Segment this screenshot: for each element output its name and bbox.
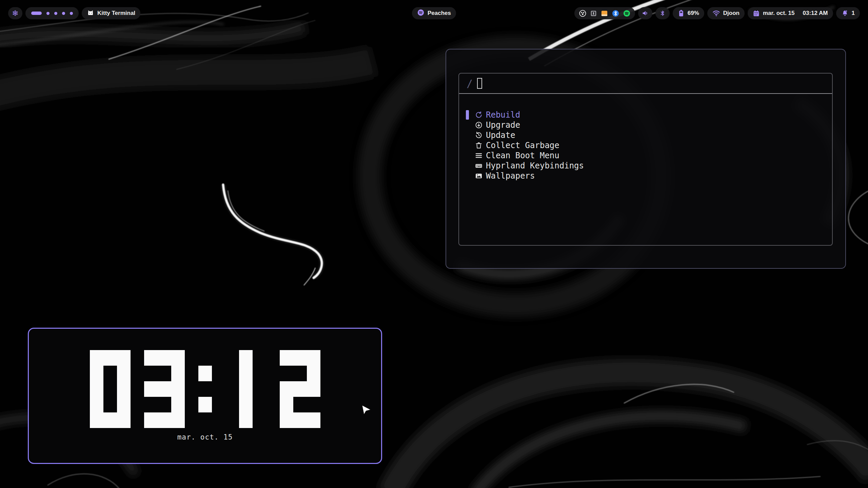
active-window-title: Kitty Terminal bbox=[97, 10, 135, 17]
history-icon bbox=[475, 131, 483, 139]
launcher-item-wallpapers[interactable]: Wallpapers bbox=[459, 171, 832, 181]
search-prompt: / bbox=[467, 78, 473, 89]
clock-digits bbox=[90, 350, 320, 428]
battery-percent: 69% bbox=[688, 10, 699, 17]
launcher-item-label: Wallpapers bbox=[486, 171, 535, 181]
obs-icon[interactable] bbox=[579, 9, 587, 17]
workspace-indicator[interactable] bbox=[25, 7, 79, 19]
volume-button[interactable] bbox=[638, 7, 652, 19]
workspace-active-pill[interactable] bbox=[31, 12, 42, 15]
launcher-item-label: Hyprland Keybindings bbox=[486, 161, 584, 170]
notification-count: 1 bbox=[852, 10, 855, 17]
workspace-dot[interactable] bbox=[70, 12, 73, 15]
clock-date: mar. oct. 15 bbox=[29, 433, 381, 441]
notifications-pill[interactable]: 1 bbox=[836, 7, 860, 19]
launcher-item-label: Rebuild bbox=[486, 110, 520, 120]
statusbar-time: 03:12 AM bbox=[803, 10, 828, 17]
menu-list-icon bbox=[475, 151, 483, 160]
launcher-item-collect-garbage[interactable]: Collect Garbage bbox=[459, 140, 832, 150]
spotify-tray-icon[interactable] bbox=[623, 9, 631, 17]
launcher-item-upgrade[interactable]: Upgrade bbox=[459, 120, 832, 130]
selection-bar bbox=[466, 141, 469, 150]
launcher-item-rebuild[interactable]: Rebuild bbox=[459, 110, 832, 120]
network-pill[interactable]: Djoon bbox=[707, 7, 745, 19]
battery-pill[interactable]: 69% bbox=[673, 7, 704, 19]
launcher-item-hyprland-keybindings[interactable]: Hyprland Keybindings bbox=[459, 161, 832, 171]
launcher-search-input[interactable]: / bbox=[459, 74, 832, 94]
datetime-pill[interactable]: mar. oct. 15 03:12 AM bbox=[748, 7, 833, 19]
spotify-icon bbox=[417, 9, 425, 18]
workspace-dot[interactable] bbox=[54, 12, 57, 15]
selection-bar bbox=[466, 171, 469, 181]
bluetooth-icon bbox=[659, 10, 666, 17]
topbar-center-group: Peaches bbox=[412, 7, 456, 19]
calendar-icon bbox=[753, 10, 760, 17]
launcher-panel: / Rebuild Upgrade bbox=[458, 73, 833, 246]
media-track-title: Peaches bbox=[428, 10, 451, 17]
launcher-result-list: Rebuild Upgrade Update bbox=[459, 94, 832, 181]
selection-bar bbox=[466, 120, 469, 130]
keyboard-icon bbox=[475, 162, 483, 170]
network-ssid: Djoon bbox=[723, 10, 739, 17]
image-icon bbox=[475, 172, 483, 180]
statusbar-date: mar. oct. 15 bbox=[763, 10, 795, 17]
bluetooth-button[interactable] bbox=[655, 7, 670, 19]
selection-bar bbox=[466, 161, 469, 170]
speaker-icon bbox=[642, 9, 649, 17]
launcher-item-label: Clean Boot Menu bbox=[486, 151, 559, 160]
top-status-bar: ❄ Kitty Terminal bbox=[8, 7, 860, 19]
bell-icon bbox=[841, 9, 849, 17]
selection-bar bbox=[466, 110, 469, 120]
text-cursor bbox=[477, 78, 482, 89]
mouse-cursor bbox=[360, 404, 374, 418]
wifi-icon bbox=[712, 10, 720, 17]
cat-icon bbox=[87, 9, 94, 18]
topbar-left-group: ❄ Kitty Terminal bbox=[8, 7, 140, 19]
nix-system-menu-window: / Rebuild Upgrade bbox=[446, 49, 846, 269]
selection-bar bbox=[466, 151, 469, 160]
system-tray bbox=[574, 7, 635, 19]
files-icon[interactable] bbox=[600, 9, 608, 17]
workspace-dot[interactable] bbox=[62, 12, 65, 15]
trash-icon bbox=[475, 141, 483, 149]
media-player-pill[interactable]: Peaches bbox=[412, 7, 456, 19]
launcher-item-clean-boot-menu[interactable]: Clean Boot Menu bbox=[459, 150, 832, 161]
download-circle-icon bbox=[475, 121, 483, 129]
nix-snowflake-icon: ❄ bbox=[12, 9, 18, 17]
battery-icon bbox=[678, 9, 685, 17]
launcher-item-label: Update bbox=[486, 130, 515, 140]
active-window-pill: Kitty Terminal bbox=[82, 7, 140, 19]
bluetooth-tray-icon[interactable] bbox=[612, 9, 619, 17]
nixos-menu-button[interactable]: ❄ bbox=[8, 7, 22, 19]
selection-bar bbox=[466, 130, 469, 140]
launcher-item-update[interactable]: Update bbox=[459, 130, 832, 140]
workspace-dot[interactable] bbox=[46, 12, 50, 15]
topbar-right-group: 69% Djoon mar. oct. 15 bbox=[574, 7, 860, 19]
launcher-item-label: Collect Garbage bbox=[486, 141, 559, 150]
app-tray-icon[interactable] bbox=[590, 10, 597, 17]
refresh-icon bbox=[475, 111, 483, 119]
desktop-clock-widget: mar. oct. 15 bbox=[28, 328, 382, 464]
launcher-item-label: Upgrade bbox=[486, 120, 520, 130]
